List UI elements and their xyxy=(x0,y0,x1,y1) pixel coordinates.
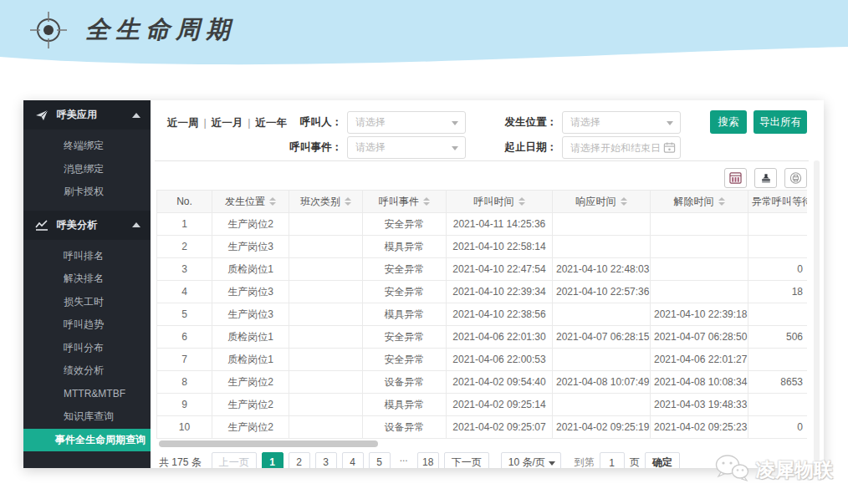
table-row: 8生产岗位2设备异常2021-04-02 09:54:402021-04-08 … xyxy=(157,371,808,394)
table-cell: 2021-04-06 22:01:27 xyxy=(651,349,748,371)
table-cell: 1 xyxy=(157,213,212,236)
content-area: 近一周|近一月|近一年 呼叫人： 请选择 发生位置： 请选择 呼叫事件： 请选择… xyxy=(151,100,824,468)
page-button-2[interactable]: 2 xyxy=(289,452,310,468)
page-button-18[interactable]: 18 xyxy=(417,452,439,468)
page-button-1[interactable]: 1 xyxy=(262,452,284,468)
table-cell: 安全异常 xyxy=(363,349,447,371)
table-cell: 6 xyxy=(157,326,212,349)
table-cell xyxy=(651,258,748,281)
table-row: 7质检岗位1安全异常2021-04-06 22:00:532021-04-06 … xyxy=(157,349,808,371)
line-chart-icon xyxy=(35,219,49,231)
page-button-5[interactable]: 5 xyxy=(369,452,391,468)
horizontal-scrollbar-thumb[interactable] xyxy=(159,440,378,447)
table-cell: 2021-04-10 22:39:18 xyxy=(651,303,748,326)
table-cell: 506 xyxy=(748,326,808,349)
stamp-icon[interactable] xyxy=(754,168,777,188)
quick-range-1[interactable]: 近一月 xyxy=(212,117,243,129)
page-banner: 全生命周期 xyxy=(0,0,848,72)
column-header-5[interactable]: 响应时间 xyxy=(553,191,651,213)
watermark-text: 凌犀物联 xyxy=(756,457,833,483)
table-cell: 生产岗位3 xyxy=(212,281,289,303)
prev-page-button[interactable]: 上一页 xyxy=(212,452,257,468)
search-button[interactable]: 搜索 xyxy=(710,110,747,134)
sort-icon[interactable] xyxy=(423,197,430,206)
table-row: 2生产岗位3模具异常2021-04-10 22:58:14 xyxy=(157,236,808,258)
page-button-3[interactable]: 3 xyxy=(315,452,337,468)
sidebar-item[interactable]: 呼叫趋势 xyxy=(23,313,151,337)
column-header-7[interactable]: 异常呼叫等待时间 xyxy=(748,191,808,213)
goto-prefix-label: 到第 xyxy=(575,456,595,468)
sidebar-item[interactable]: 终端绑定 xyxy=(23,135,151,158)
call-event-select[interactable]: 请选择 xyxy=(347,136,466,159)
page-title: 全生命周期 xyxy=(85,13,236,47)
table-cell xyxy=(289,303,363,326)
table-cell xyxy=(748,303,808,326)
goto-page-input[interactable] xyxy=(600,452,625,468)
quick-range-0[interactable]: 近一周 xyxy=(167,117,199,129)
printer-icon[interactable] xyxy=(784,168,807,188)
table-cell xyxy=(651,236,748,258)
sidebar-group-header-0[interactable]: 呼美应用 xyxy=(23,100,151,130)
table-cell: 安全异常 xyxy=(363,213,447,236)
column-header-4[interactable]: 呼叫时间 xyxy=(447,191,553,213)
sidebar-item[interactable]: 损失工时 xyxy=(23,291,151,314)
sidebar-item[interactable]: 事件全生命周期查询 xyxy=(23,429,151,452)
table-cell: 8 xyxy=(157,371,212,394)
table-cell: 10 xyxy=(157,416,212,439)
column-header-label: No. xyxy=(176,196,192,207)
sidebar-item[interactable]: 呼叫分布 xyxy=(23,337,151,360)
table-cell: 8653 xyxy=(748,371,808,394)
table-cell: 7 xyxy=(157,349,212,371)
chevron-down-icon xyxy=(549,461,555,466)
table-cell: 生产岗位2 xyxy=(212,213,289,236)
sidebar-item[interactable]: 解决排名 xyxy=(23,267,151,291)
location-select[interactable]: 请选择 xyxy=(562,111,681,134)
page-button-4[interactable]: 4 xyxy=(342,452,364,468)
column-header-6[interactable]: 解除时间 xyxy=(651,191,748,213)
table-cell: 9 xyxy=(157,394,212,416)
table-cell: 质检岗位1 xyxy=(212,349,289,371)
table-cell: 2021-04-06 22:00:53 xyxy=(447,349,553,371)
table-cell xyxy=(289,236,363,258)
sort-icon[interactable] xyxy=(621,197,627,206)
table-cell: 2021-04-10 22:39:34 xyxy=(447,281,553,303)
column-header-0: No. xyxy=(157,191,212,213)
page-number-list: 12345...18 xyxy=(262,452,439,468)
page-size-select[interactable]: 10 条/页 xyxy=(501,452,561,468)
sidebar-group-items-1: 呼叫排名解决排名损失工时呼叫趋势呼叫分布绩效分析MTTR&MTBF知识库查询事件… xyxy=(23,240,151,459)
sidebar-item[interactable]: MTTR&MTBF xyxy=(23,383,151,406)
sort-icon[interactable] xyxy=(519,197,525,206)
table-cell: 2021-04-02 09:25:07 xyxy=(447,416,553,439)
horizontal-scrollbar xyxy=(156,440,807,447)
table-cell: 质检岗位1 xyxy=(212,258,289,281)
sidebar-item[interactable]: 知识库查询 xyxy=(23,405,151,429)
watermark: 凌犀物联 xyxy=(714,454,833,486)
column-header-1[interactable]: 发生位置 xyxy=(212,191,289,213)
calendar-icon[interactable] xyxy=(663,141,676,154)
sidebar-item[interactable]: 刷卡授权 xyxy=(23,181,151,204)
sidebar-item[interactable]: 呼叫排名 xyxy=(23,245,151,268)
total-count: 共 175 条 xyxy=(159,456,202,468)
column-header-2[interactable]: 班次类别 xyxy=(289,191,363,213)
wechat-icon xyxy=(714,454,749,486)
table-row: 10生产岗位2设备异常2021-04-02 09:25:072021-04-02… xyxy=(157,416,808,439)
sidebar-item[interactable]: 绩效分析 xyxy=(23,359,151,383)
sort-icon[interactable] xyxy=(345,197,351,206)
sort-icon[interactable] xyxy=(269,197,276,206)
next-page-button[interactable]: 下一页 xyxy=(444,452,489,468)
table-cell: 生产岗位3 xyxy=(212,236,289,258)
sidebar-item[interactable]: 消息绑定 xyxy=(23,158,151,181)
date-range-label: 起止日期： xyxy=(493,136,557,159)
export-all-button[interactable]: 导出所有 xyxy=(753,110,807,134)
table-cell: 2021-04-02 09:25:19 xyxy=(553,416,651,439)
table-cell: 0 xyxy=(748,258,808,281)
table-cell: 设备异常 xyxy=(363,371,447,394)
table-row: 4生产岗位3安全异常2021-04-10 22:39:342021-04-10 … xyxy=(157,281,808,303)
column-header-3[interactable]: 呼叫事件 xyxy=(363,191,447,213)
vertical-scrollbar[interactable] xyxy=(814,160,820,461)
confirm-button[interactable]: 确定 xyxy=(645,452,680,468)
sort-icon[interactable] xyxy=(718,197,725,206)
columns-icon[interactable] xyxy=(724,168,747,188)
sidebar-group-header-1[interactable]: 呼美分析 xyxy=(23,211,151,240)
caller-select[interactable]: 请选择 xyxy=(347,111,466,134)
